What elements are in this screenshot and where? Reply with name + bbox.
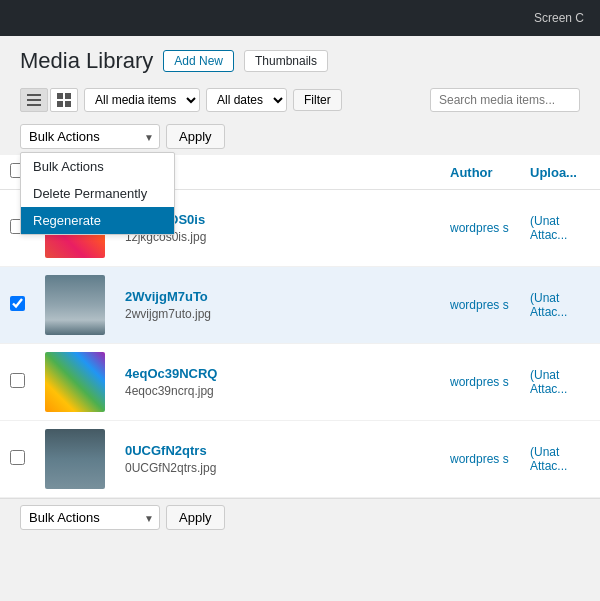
col-header-upload[interactable]: Uploa... — [520, 155, 600, 190]
row-author-cell: wordpres s — [440, 421, 520, 498]
row-checkbox[interactable] — [10, 296, 25, 311]
bulk-select-bottom-wrapper: Bulk Actions Delete Permanently Regenera… — [20, 505, 160, 530]
dates-filter[interactable]: All dates — [206, 88, 287, 112]
dropdown-item-regenerate[interactable]: Regenerate — [21, 207, 174, 234]
thumb-image — [45, 352, 105, 412]
row-checkbox-cell — [0, 267, 35, 344]
dropdown-item-delete[interactable]: Delete Permanently — [21, 180, 174, 207]
svg-rect-5 — [57, 101, 63, 107]
bulk-apply-top-button[interactable]: Apply — [166, 124, 225, 149]
media-items-filter[interactable]: All media items — [84, 88, 200, 112]
dates-filter-wrapper: All dates — [206, 88, 287, 112]
page-header: Media Library Add New Thumbnails — [0, 36, 600, 82]
bulk-actions-bottom-select[interactable]: Bulk Actions Delete Permanently Regenera… — [20, 505, 160, 530]
toolbar: All media items All dates Filter — [0, 82, 600, 118]
top-bar: Screen C — [0, 0, 600, 36]
row-author-cell: wordpres s — [440, 267, 520, 344]
bulk-actions-bottom-row: Bulk Actions Delete Permanently Regenera… — [0, 498, 600, 536]
grid-view-button[interactable] — [50, 88, 78, 112]
row-thumb-cell — [35, 267, 115, 344]
table-row: 2WvijgM7uTo 2wvijgm7uto.jpg wordpres s (… — [0, 267, 600, 344]
svg-rect-6 — [65, 101, 71, 107]
svg-rect-0 — [27, 94, 41, 96]
svg-rect-2 — [27, 104, 41, 106]
file-name: 4eqoc39ncrq.jpg — [125, 384, 214, 398]
bulk-apply-bottom-button[interactable]: Apply — [166, 505, 225, 530]
search-input[interactable] — [430, 88, 580, 112]
row-checkbox[interactable] — [10, 373, 25, 388]
svg-rect-3 — [57, 93, 63, 99]
list-view-button[interactable] — [20, 88, 48, 112]
col-header-author[interactable]: Author — [440, 155, 520, 190]
file-link[interactable]: 2WvijgM7uTo — [125, 289, 430, 304]
row-upload-cell: (Unat Attac... — [520, 190, 600, 267]
table-row: 0UCGfN2qtrs 0UCGfN2qtrs.jpg wordpres s (… — [0, 421, 600, 498]
row-upload-cell: (Unat Attac... — [520, 267, 600, 344]
thumbnails-button[interactable]: Thumbnails — [244, 50, 328, 72]
grid-icon — [57, 93, 71, 107]
row-file-cell: 2WvijgM7uTo 2wvijgm7uto.jpg — [115, 267, 440, 344]
row-file-cell: 4eqOc39NCRQ 4eqoc39ncrq.jpg — [115, 344, 440, 421]
row-upload-cell: (Unat Attac... — [520, 421, 600, 498]
table-body: 1ZjkgCOS0is 1zjkgcos0is.jpg wordpres s (… — [0, 190, 600, 498]
filter-button[interactable]: Filter — [293, 89, 342, 111]
row-file-cell: 0UCGfN2qtrs 0UCGfN2qtrs.jpg — [115, 421, 440, 498]
svg-rect-1 — [27, 99, 41, 101]
row-checkbox[interactable] — [10, 450, 25, 465]
row-checkbox-cell — [0, 421, 35, 498]
row-author-cell: wordpres s — [440, 344, 520, 421]
file-link[interactable]: 0UCGfN2qtrs — [125, 443, 430, 458]
bulk-actions-top-row: Bulk Actions Delete Permanently Regenera… — [0, 118, 600, 155]
view-icons — [20, 88, 78, 112]
file-name: 2wvijgm7uto.jpg — [125, 307, 211, 321]
all-media-filter-wrapper: All media items — [84, 88, 200, 112]
bulk-select-top-wrapper: Bulk Actions Delete Permanently Regenera… — [20, 124, 160, 149]
row-thumb-cell — [35, 344, 115, 421]
row-author-cell: wordpres s — [440, 190, 520, 267]
list-icon — [27, 93, 41, 107]
file-link[interactable]: 4eqOc39NCRQ — [125, 366, 430, 381]
bulk-actions-dropdown: Bulk Actions Delete Permanently Regenera… — [20, 152, 175, 235]
file-name: 0UCGfN2qtrs.jpg — [125, 461, 216, 475]
thumb-image — [45, 429, 105, 489]
row-upload-cell: (Unat Attac... — [520, 344, 600, 421]
svg-rect-4 — [65, 93, 71, 99]
row-thumb-cell — [35, 421, 115, 498]
thumb-image — [45, 275, 105, 335]
add-new-button[interactable]: Add New — [163, 50, 234, 72]
table-row: 4eqOc39NCRQ 4eqoc39ncrq.jpg wordpres s (… — [0, 344, 600, 421]
row-checkbox-cell — [0, 344, 35, 421]
bulk-actions-top-select[interactable]: Bulk Actions Delete Permanently Regenera… — [20, 124, 160, 149]
page-title: Media Library — [20, 48, 153, 74]
screen-button[interactable]: Screen C — [526, 7, 592, 29]
dropdown-item-bulk[interactable]: Bulk Actions — [21, 153, 174, 180]
